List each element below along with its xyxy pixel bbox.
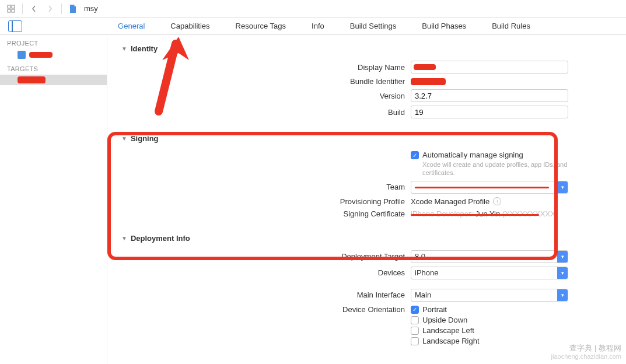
select-deployment-target[interactable]: 8.0 ▾: [411, 250, 568, 263]
label-build: Build: [107, 108, 411, 117]
value-main-interface: Main: [415, 290, 431, 299]
project-navigator-sidebar: PROJECT TARGETS: [0, 35, 107, 364]
svg-rect-1: [12, 5, 15, 8]
svg-rect-3: [12, 9, 15, 12]
label-upside-down: Upside Down: [422, 316, 467, 324]
chevron-down-icon: ▾: [557, 181, 568, 193]
value-devices: iPhone: [415, 268, 438, 277]
chevron-down-icon: ▾: [557, 251, 568, 262]
back-icon[interactable]: [29, 4, 39, 14]
select-main-interface[interactable]: Main ▾: [411, 289, 568, 302]
watermark: 查字典 | 教程网 jiaocheng.chazidian.com: [551, 344, 621, 360]
select-devices[interactable]: iPhone ▾: [411, 267, 568, 279]
label-version: Version: [107, 92, 411, 100]
label-devices: Devices: [107, 268, 411, 277]
panel-toggle-icon[interactable]: [8, 20, 22, 32]
section-title-deployment: Deployment Info: [131, 234, 190, 243]
tab-build-phases[interactable]: Build Phases: [409, 18, 479, 35]
input-display-name[interactable]: [411, 61, 568, 74]
tab-capabilities[interactable]: Capabilities: [158, 18, 222, 35]
section-header-deployment[interactable]: ▼ Deployment Info: [107, 230, 626, 246]
editor-tabs-row: General Capabilities Resource Tags Info …: [0, 18, 626, 35]
value-deployment-target: 8.0: [415, 252, 425, 261]
identity-form: Display Name Bundle Identifier Version B…: [107, 57, 626, 131]
label-signing-cert: Signing Certificate: [107, 209, 411, 218]
info-icon[interactable]: i: [493, 197, 501, 205]
value-provisioning: Xcode Managed Profile: [411, 197, 489, 206]
tab-build-settings[interactable]: Build Settings: [337, 18, 410, 35]
helper-auto-signing: Xcode will create and update profiles, a…: [422, 160, 586, 177]
chevron-down-icon: ▾: [557, 289, 568, 301]
label-provisioning: Provisioning Profile: [107, 197, 411, 206]
select-team[interactable]: ▾: [411, 181, 568, 194]
sidebar-targets-label: TARGETS: [0, 61, 107, 75]
sidebar-project-item[interactable]: [0, 49, 107, 61]
label-auto-signing: Automatically manage signing: [422, 150, 586, 159]
disclosure-triangle-icon: ▼: [121, 46, 127, 52]
disclosure-triangle-icon: ▼: [121, 135, 127, 142]
divider: [22, 4, 23, 14]
tab-info[interactable]: Info: [299, 18, 337, 35]
disclosure-triangle-icon: ▼: [121, 235, 127, 242]
section-title-signing: Signing: [131, 134, 159, 143]
top-toolbar: msy: [0, 0, 626, 18]
file-icon: [68, 4, 78, 14]
editor-tabs: General Capabilities Resource Tags Info …: [22, 18, 626, 35]
label-deployment-target: Deployment Target: [107, 252, 411, 261]
label-main-interface: Main Interface: [107, 290, 411, 299]
section-title-identity: Identity: [131, 44, 158, 53]
label-team: Team: [107, 183, 411, 191]
project-icon: [18, 51, 26, 59]
main-split: PROJECT TARGETS ▼ Identity Display Name …: [0, 35, 626, 364]
redacted-bundle-id: [411, 78, 446, 85]
divider: [61, 4, 62, 14]
checkbox-landscape-right[interactable]: [411, 337, 419, 345]
label-portrait: Portrait: [422, 305, 447, 314]
checkbox-upside-down[interactable]: [411, 316, 419, 324]
input-version[interactable]: [411, 89, 568, 102]
grid-icon[interactable]: [6, 4, 16, 14]
redacted-target-name: [18, 76, 46, 83]
section-header-identity[interactable]: ▼ Identity: [107, 41, 626, 57]
svg-rect-0: [8, 5, 11, 8]
svg-rect-2: [8, 9, 11, 12]
label-bundle-id: Bundle Identifier: [107, 77, 411, 86]
checkbox-landscape-left[interactable]: [411, 327, 419, 335]
label-display-name: Display Name: [107, 63, 411, 72]
label-landscape-right: Landscape Right: [422, 337, 480, 345]
tab-build-rules[interactable]: Build Rules: [479, 18, 543, 35]
sidebar-project-label: PROJECT: [0, 35, 107, 49]
label-landscape-left: Landscape Left: [422, 326, 474, 335]
redacted-project-name: [29, 52, 53, 58]
checkbox-portrait[interactable]: ✓: [411, 306, 419, 314]
forward-icon[interactable]: [45, 4, 55, 14]
deployment-form: Deployment Target 8.0 ▾ Devices iPhone ▾: [107, 246, 626, 358]
label-device-orientation: Device Orientation: [107, 305, 411, 314]
section-header-signing[interactable]: ▼ Signing: [107, 131, 626, 146]
signing-form: ✓ Automatically manage signing Xcode wil…: [107, 146, 626, 230]
checkbox-auto-signing[interactable]: ✓: [411, 151, 419, 159]
breadcrumb-file-name[interactable]: msy: [84, 4, 98, 13]
chevron-down-icon: ▾: [557, 267, 568, 279]
sidebar-target-item[interactable]: [0, 75, 107, 85]
input-build[interactable]: [411, 106, 568, 118]
tab-resource-tags[interactable]: Resource Tags: [223, 18, 299, 35]
tab-general[interactable]: General: [105, 18, 158, 35]
editor-content: ▼ Identity Display Name Bundle Identifie…: [107, 35, 626, 364]
